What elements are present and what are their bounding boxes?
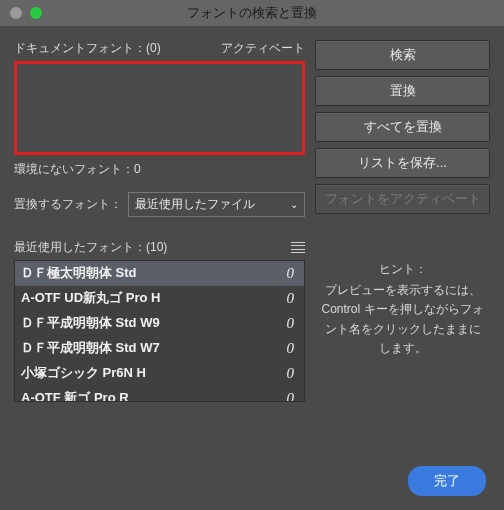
recent-font-list[interactable]: ＤＦ極太明朝体 Std 0 A-OTF UD新丸ゴ Pro H 0 ＤＦ平成明朝… <box>14 260 305 402</box>
activate-font-button: フォントをアクティベート <box>315 184 490 214</box>
chevron-down-icon: ⌄ <box>290 199 298 210</box>
done-button[interactable]: 完了 <box>408 466 486 496</box>
list-item[interactable]: ＤＦ平成明朝体 Std W7 0 <box>15 336 304 361</box>
window-title: フォントの検索と置換 <box>0 4 504 22</box>
list-item[interactable]: A-OTF 新ゴ Pro R 0 <box>15 386 304 402</box>
replace-font-label: 置換するフォント： <box>14 196 122 213</box>
list-view-icon[interactable] <box>291 242 305 254</box>
missing-fonts-label: 環境にないフォント：0 <box>14 161 305 178</box>
save-list-button[interactable]: リストを保存... <box>315 148 490 178</box>
document-font-list[interactable] <box>14 61 305 155</box>
hint-title: ヒント： <box>319 260 486 279</box>
close-icon[interactable] <box>10 7 22 19</box>
find-button[interactable]: 検索 <box>315 40 490 70</box>
list-item[interactable]: ＤＦ極太明朝体 Std 0 <box>15 261 304 286</box>
hint-text: ヒント： プレビューを表示するには、Control キーを押しながらフォント名を… <box>315 260 490 358</box>
replace-font-select[interactable]: 最近使用したファイル ⌄ <box>128 192 305 217</box>
hint-body: プレビューを表示するには、Control キーを押しながらフォント名をクリックし… <box>319 281 486 358</box>
replace-button[interactable]: 置換 <box>315 76 490 106</box>
replace-font-value: 最近使用したファイル <box>135 196 255 213</box>
list-item[interactable]: ＤＦ平成明朝体 Std W9 0 <box>15 311 304 336</box>
activate-label: アクティベート <box>221 40 305 57</box>
list-item[interactable]: A-OTF UD新丸ゴ Pro H 0 <box>15 286 304 311</box>
window-controls <box>0 7 42 19</box>
zoom-icon[interactable] <box>30 7 42 19</box>
replace-all-button[interactable]: すべてを置換 <box>315 112 490 142</box>
list-item[interactable]: 小塚ゴシック Pr6N H 0 <box>15 361 304 386</box>
document-font-label: ドキュメントフォント：(0) <box>14 40 221 57</box>
titlebar: フォントの検索と置換 <box>0 0 504 26</box>
recent-fonts-label: 最近使用したフォント：(10) <box>14 239 167 256</box>
